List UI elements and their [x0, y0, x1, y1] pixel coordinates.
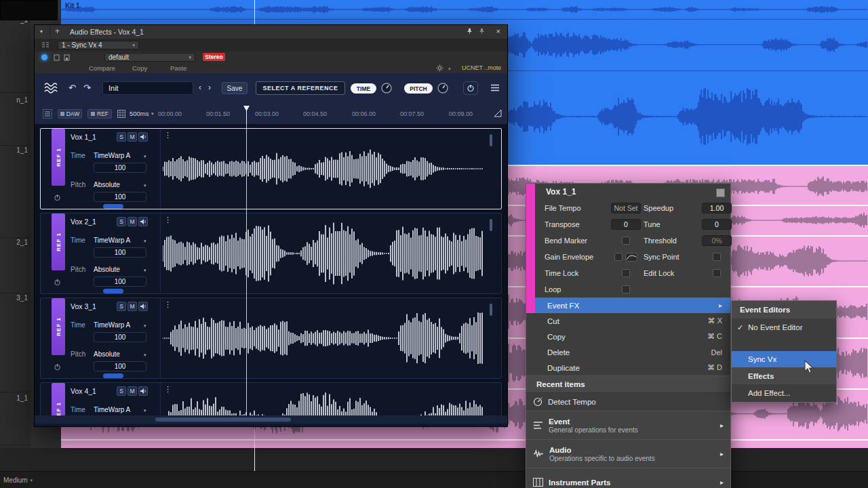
time-lock-checkbox[interactable]: [622, 269, 630, 277]
timeline-ruler[interactable]: DAW REF 500ms ▾ 00:00.00 00:01.50 00:03.…: [35, 104, 507, 125]
routing-icon[interactable]: [41, 41, 50, 49]
undo-icon[interactable]: ↶: [68, 83, 76, 93]
menu-item-event[interactable]: Event General operations for events ▸: [526, 411, 730, 439]
menu-item-cut[interactable]: Cut ⌘ X: [526, 313, 730, 329]
time-amount-value[interactable]: 100: [94, 332, 146, 342]
mute-button[interactable]: M: [127, 302, 137, 311]
plugin-titlebar[interactable]: ▾ + Audio Effects - Vox 4_1 ×: [35, 25, 507, 39]
gain-envelope-checkbox[interactable]: [614, 253, 623, 261]
pitch-mode-select[interactable]: Absolute: [94, 350, 120, 358]
solo-button[interactable]: S: [117, 302, 126, 311]
pitch-mode-select[interactable]: Absolute: [94, 181, 120, 188]
lane-power-button[interactable]: [54, 279, 61, 286]
compare-button[interactable]: Compare: [89, 64, 115, 72]
hamburger-menu-icon[interactable]: [490, 84, 500, 92]
lane-power-button[interactable]: [54, 194, 61, 201]
loop-checkbox[interactable]: [622, 285, 630, 293]
scrollbar-thumb[interactable]: [155, 418, 291, 422]
track-lane-vox4[interactable]: REF 1 Vox 4_1 S M ⋮ Time TimeWarp A ▾: [40, 382, 502, 415]
solo-button[interactable]: S: [117, 132, 126, 142]
monitor-speaker-button[interactable]: [138, 386, 148, 396]
chevron-down-icon[interactable]: ▾: [40, 28, 43, 35]
redo-icon[interactable]: ↷: [83, 83, 91, 93]
zoom-preset-label[interactable]: Medium: [3, 476, 28, 484]
horizontal-scrollbar[interactable]: [35, 415, 507, 424]
select-reference-button[interactable]: SELECT A REFERENCE: [256, 81, 345, 95]
pitch-knob[interactable]: [437, 82, 449, 94]
transpose-value[interactable]: 0: [611, 219, 641, 230]
waveform-display[interactable]: [163, 216, 483, 291]
lane-scrollbar[interactable]: [490, 134, 492, 146]
preset-select[interactable]: default ▾: [104, 53, 195, 62]
mute-button[interactable]: M: [127, 132, 137, 142]
pin-icon[interactable]: [466, 28, 473, 35]
time-knob[interactable]: [380, 82, 393, 94]
paste-button[interactable]: Paste: [170, 64, 186, 72]
time-amount-value[interactable]: 100: [94, 163, 146, 173]
track-lane-vox3[interactable]: REF 1 Vox 3_1 S M ⋮ Time TimeWarp A ▾ 10…: [40, 298, 502, 379]
bypass-power-icon[interactable]: [41, 54, 47, 60]
time-mode-select[interactable]: TimeWarp A: [94, 406, 130, 413]
save-button[interactable]: Save: [222, 82, 248, 94]
solo-button[interactable]: S: [117, 386, 126, 396]
lane-power-button[interactable]: [54, 363, 61, 371]
menu-item-no-event-editor[interactable]: ✓ No Event Editor: [732, 319, 836, 336]
sync-point-checkbox[interactable]: [713, 253, 721, 261]
preset-save-icon[interactable]: [64, 54, 70, 61]
gear-icon[interactable]: [436, 64, 443, 72]
next-preset-icon[interactable]: ›: [208, 83, 211, 92]
lane-scrollbar[interactable]: [490, 219, 492, 231]
ucnet-remote-badge[interactable]: UCNET ..mote: [462, 64, 501, 71]
zoom-pill[interactable]: [103, 373, 123, 378]
grid-icon[interactable]: [117, 110, 125, 118]
monitor-speaker-button[interactable]: [138, 132, 148, 142]
monitor-speaker-button[interactable]: [138, 217, 148, 226]
bend-marker-checkbox[interactable]: [622, 237, 630, 245]
editor-playhead[interactable]: [246, 124, 247, 415]
pin-icon[interactable]: [478, 28, 486, 35]
time-mode-select[interactable]: TimeWarp A: [94, 152, 130, 159]
menu-item-audio[interactable]: Audio Operations specific to audio event…: [526, 439, 730, 468]
pitch-mode-select[interactable]: Absolute: [94, 266, 120, 273]
track-lane-vox1[interactable]: REF 1 Vox 1_1 S M ⋮ Time TimeWarp A ▾ 10…: [40, 128, 502, 209]
mute-button[interactable]: M: [127, 386, 137, 396]
reference-stripe[interactable]: REF 1: [52, 383, 65, 415]
file-tempo-value[interactable]: Not Set: [611, 203, 641, 214]
menu-item-event-fx[interactable]: Event FX ▸: [526, 298, 730, 313]
monitor-speaker-button[interactable]: [138, 302, 148, 311]
menu-item-instrument-parts[interactable]: Instrument Parts ▸: [526, 468, 730, 488]
pitch-amount-value[interactable]: 100: [94, 361, 146, 371]
time-mode-select[interactable]: TimeWarp A: [94, 237, 130, 244]
track-lane-vox2[interactable]: REF 1 Vox 2_1 S M ⋮ Time TimeWarp A ▾ 10…: [40, 213, 502, 294]
pitch-amount-value[interactable]: 100: [94, 277, 146, 287]
reference-stripe[interactable]: REF 1: [52, 214, 65, 270]
preset-name-field[interactable]: Init: [102, 81, 193, 95]
copy-button[interactable]: Copy: [132, 64, 147, 72]
ref-toggle-chip[interactable]: REF: [87, 109, 112, 119]
loop-flag-icon[interactable]: [494, 109, 502, 117]
zoom-pill[interactable]: [103, 204, 123, 209]
threshold-value[interactable]: 0%: [702, 235, 732, 246]
envelope-curve-icon[interactable]: [625, 253, 637, 262]
mute-button[interactable]: M: [127, 217, 137, 226]
solo-button[interactable]: S: [117, 217, 126, 226]
speedup-value[interactable]: 1.00: [702, 203, 732, 214]
rack-slot-select[interactable]: 1 - Sync Vx 4 ▾: [58, 41, 139, 49]
pitch-toggle[interactable]: PITCH: [404, 83, 433, 94]
lane-scrollbar[interactable]: [490, 304, 492, 316]
menu-item-sync-vx[interactable]: Sync Vx: [732, 351, 836, 367]
waveform-display[interactable]: [163, 385, 483, 415]
preset-browse-icon[interactable]: [54, 54, 60, 61]
menu-item-add-effect[interactable]: Add Effect...: [732, 384, 836, 402]
zoom-pill[interactable]: [103, 289, 123, 293]
time-toggle[interactable]: TIME: [351, 83, 376, 94]
menu-item-copy[interactable]: Copy ⌘ C: [526, 329, 730, 344]
prev-preset-icon[interactable]: ‹: [199, 83, 201, 92]
daw-toggle-chip[interactable]: DAW: [58, 109, 82, 119]
time-amount-value[interactable]: 100: [94, 247, 146, 258]
event-color-swatch[interactable]: [716, 188, 725, 197]
grid-resolution-select[interactable]: 500ms: [130, 110, 149, 117]
waveform-display[interactable]: [163, 300, 483, 376]
edit-lock-checkbox[interactable]: [713, 269, 721, 277]
playhead-marker[interactable]: [243, 105, 250, 124]
